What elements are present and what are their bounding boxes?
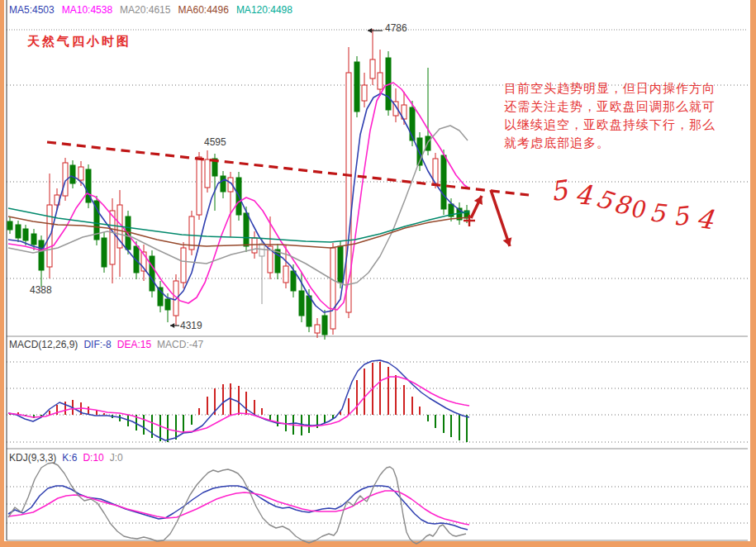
handwritten-digit: 4 (573, 178, 593, 212)
chart-title: 天然气四小时图 (27, 34, 131, 50)
macd-params-label: MACD(12,26,9) (9, 339, 78, 350)
price-label-peak: 4595 (204, 136, 226, 148)
app-window: MA5:4503MA10:4538MA20:4615MA60:4496MA120… (0, 0, 756, 547)
dif-value-label: DIF:-8 (83, 339, 111, 350)
handwritten-digit: 5 (648, 197, 667, 228)
d-value-label: D:10 (83, 452, 103, 464)
kdj-params-label: KDJ(9,3,3) (9, 452, 56, 464)
handwritten-digit: 5 (671, 201, 690, 231)
price-label-low: 4388 (30, 284, 52, 296)
j-value-label: J:0 (110, 452, 123, 464)
ma-indicator-header: MA5:4503MA10:4538MA20:4615MA60:4496MA120… (9, 4, 300, 16)
annotation-line: 就考虑底部追多。 (504, 134, 752, 152)
ma10-label: MA10:4538 (62, 4, 112, 16)
ma20-label: MA20:4615 (120, 4, 170, 16)
annotation-line: 以继续追空，亚欧盘持续下行，那么 (504, 116, 752, 134)
ma60-label: MA60:4496 (178, 4, 228, 16)
annotation-line: 还需关注走势，亚欧盘回调那么就可 (504, 98, 752, 116)
dea-value-label: DEA:15 (117, 339, 151, 350)
macd-value-label: MACD:-47 (157, 339, 203, 350)
handwritten-digit: 0 (630, 196, 644, 223)
price-label-high: 4786 (385, 22, 407, 34)
price-label-bottom: 4319 (180, 320, 202, 331)
ma5-label: MA5:4503 (9, 4, 55, 16)
annotation-line: 目前空头趋势明显，但日内操作方向 (504, 79, 752, 98)
k-value-label: K:6 (62, 452, 77, 464)
macd-indicator-header: MACD(12,26,9)DIF:-8DEA:15MACD:-47 (9, 339, 209, 350)
analysis-annotation: 目前空头趋势明显，但日内操作方向 还需关注走势，亚欧盘回调那么就可 以继续追空，… (504, 79, 752, 152)
ma120-label: MA120:4498 (236, 4, 292, 16)
kdj-indicator-header: KDJ(9,3,3)K:6D:10J:0 (9, 452, 129, 464)
